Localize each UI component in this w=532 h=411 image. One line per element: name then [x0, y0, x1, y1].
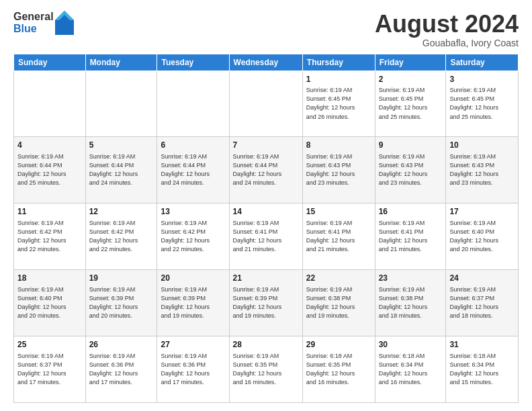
day-number: 2	[379, 74, 443, 85]
day-info: Sunrise: 6:19 AMSunset: 6:39 PMDaylight:…	[233, 285, 299, 320]
table-row: 8Sunrise: 6:19 AMSunset: 6:43 PMDaylight…	[302, 137, 375, 203]
day-number: 3	[449, 74, 515, 85]
day-info: Sunrise: 6:19 AMSunset: 6:45 PMDaylight:…	[449, 86, 515, 121]
page: General Blue August 2024 Gouabafla, Ivor…	[0, 0, 532, 411]
day-number: 29	[306, 339, 371, 351]
day-info: Sunrise: 6:19 AMSunset: 6:36 PMDaylight:…	[89, 352, 154, 387]
day-info: Sunrise: 6:19 AMSunset: 6:43 PMDaylight:…	[379, 152, 443, 187]
day-number: 14	[233, 206, 299, 218]
table-row: 20Sunrise: 6:19 AMSunset: 6:39 PMDayligh…	[157, 270, 229, 336]
day-number: 1	[306, 74, 371, 85]
table-row: 19Sunrise: 6:19 AMSunset: 6:39 PMDayligh…	[85, 270, 157, 336]
table-row: 7Sunrise: 6:19 AMSunset: 6:44 PMDaylight…	[229, 137, 302, 203]
day-info: Sunrise: 6:19 AMSunset: 6:39 PMDaylight:…	[161, 285, 225, 320]
day-number: 30	[379, 339, 443, 351]
table-row: 15Sunrise: 6:19 AMSunset: 6:41 PMDayligh…	[302, 203, 375, 270]
table-row	[157, 71, 229, 137]
day-number: 18	[17, 273, 82, 284]
day-number: 31	[449, 339, 515, 351]
day-number: 22	[306, 273, 371, 284]
table-row: 2Sunrise: 6:19 AMSunset: 6:45 PMDaylight…	[375, 71, 446, 137]
table-row: 27Sunrise: 6:19 AMSunset: 6:36 PMDayligh…	[157, 336, 229, 403]
day-info: Sunrise: 6:18 AMSunset: 6:34 PMDaylight:…	[379, 352, 443, 387]
table-row: 21Sunrise: 6:19 AMSunset: 6:39 PMDayligh…	[229, 270, 302, 336]
day-number: 20	[161, 273, 225, 284]
table-row: 13Sunrise: 6:19 AMSunset: 6:42 PMDayligh…	[157, 203, 229, 270]
calendar-week-row: 18Sunrise: 6:19 AMSunset: 6:40 PMDayligh…	[14, 270, 519, 336]
day-info: Sunrise: 6:19 AMSunset: 6:44 PMDaylight:…	[161, 152, 225, 187]
table-row	[229, 71, 302, 137]
day-number: 25	[17, 339, 82, 351]
table-row: 30Sunrise: 6:18 AMSunset: 6:34 PMDayligh…	[375, 336, 446, 403]
day-info: Sunrise: 6:19 AMSunset: 6:45 PMDaylight:…	[379, 86, 443, 121]
table-row: 12Sunrise: 6:19 AMSunset: 6:42 PMDayligh…	[85, 203, 157, 270]
table-row: 10Sunrise: 6:19 AMSunset: 6:43 PMDayligh…	[446, 137, 519, 203]
day-info: Sunrise: 6:19 AMSunset: 6:37 PMDaylight:…	[449, 285, 515, 320]
day-info: Sunrise: 6:19 AMSunset: 6:38 PMDaylight:…	[306, 285, 371, 320]
col-friday: Friday	[375, 54, 446, 71]
table-row: 3Sunrise: 6:19 AMSunset: 6:45 PMDaylight…	[446, 71, 519, 137]
day-info: Sunrise: 6:19 AMSunset: 6:45 PMDaylight:…	[306, 86, 371, 121]
day-number: 26	[89, 339, 154, 351]
day-info: Sunrise: 6:19 AMSunset: 6:40 PMDaylight:…	[449, 219, 515, 254]
table-row: 31Sunrise: 6:18 AMSunset: 6:34 PMDayligh…	[446, 336, 519, 403]
day-number: 11	[17, 206, 82, 218]
day-info: Sunrise: 6:19 AMSunset: 6:44 PMDaylight:…	[17, 152, 82, 187]
day-number: 15	[306, 206, 371, 218]
day-number: 8	[306, 140, 371, 151]
day-info: Sunrise: 6:19 AMSunset: 6:44 PMDaylight:…	[89, 152, 154, 187]
day-info: Sunrise: 6:19 AMSunset: 6:39 PMDaylight:…	[89, 285, 154, 320]
col-sunday: Sunday	[14, 54, 86, 71]
calendar-week-row: 11Sunrise: 6:19 AMSunset: 6:42 PMDayligh…	[14, 203, 519, 270]
month-title: August 2024	[375, 11, 519, 38]
table-row: 16Sunrise: 6:19 AMSunset: 6:41 PMDayligh…	[375, 203, 446, 270]
day-number: 21	[233, 273, 299, 284]
day-number: 17	[449, 206, 515, 218]
table-row: 26Sunrise: 6:19 AMSunset: 6:36 PMDayligh…	[85, 336, 157, 403]
day-info: Sunrise: 6:19 AMSunset: 6:40 PMDaylight:…	[17, 285, 82, 320]
day-number: 9	[379, 140, 443, 151]
day-number: 4	[17, 140, 82, 151]
day-info: Sunrise: 6:19 AMSunset: 6:44 PMDaylight:…	[233, 152, 299, 187]
day-info: Sunrise: 6:18 AMSunset: 6:34 PMDaylight:…	[449, 352, 515, 387]
table-row: 28Sunrise: 6:19 AMSunset: 6:35 PMDayligh…	[229, 336, 302, 403]
day-number: 19	[89, 273, 154, 284]
day-info: Sunrise: 6:19 AMSunset: 6:37 PMDaylight:…	[17, 352, 82, 387]
table-row: 4Sunrise: 6:19 AMSunset: 6:44 PMDaylight…	[14, 137, 86, 203]
col-thursday: Thursday	[302, 54, 375, 71]
table-row: 9Sunrise: 6:19 AMSunset: 6:43 PMDaylight…	[375, 137, 446, 203]
day-number: 5	[89, 140, 154, 151]
table-row: 14Sunrise: 6:19 AMSunset: 6:41 PMDayligh…	[229, 203, 302, 270]
day-number: 13	[161, 206, 225, 218]
table-row: 22Sunrise: 6:19 AMSunset: 6:38 PMDayligh…	[302, 270, 375, 336]
day-info: Sunrise: 6:19 AMSunset: 6:36 PMDaylight:…	[161, 352, 225, 387]
col-wednesday: Wednesday	[229, 54, 302, 71]
day-info: Sunrise: 6:19 AMSunset: 6:42 PMDaylight:…	[89, 219, 154, 254]
day-number: 10	[449, 140, 515, 151]
table-row: 17Sunrise: 6:19 AMSunset: 6:40 PMDayligh…	[446, 203, 519, 270]
table-row: 29Sunrise: 6:18 AMSunset: 6:35 PMDayligh…	[302, 336, 375, 403]
day-number: 23	[379, 273, 443, 284]
table-row: 11Sunrise: 6:19 AMSunset: 6:42 PMDayligh…	[14, 203, 86, 270]
table-row	[85, 71, 157, 137]
day-info: Sunrise: 6:19 AMSunset: 6:41 PMDaylight:…	[306, 219, 371, 254]
col-monday: Monday	[85, 54, 157, 71]
col-tuesday: Tuesday	[157, 54, 229, 71]
day-info: Sunrise: 6:19 AMSunset: 6:35 PMDaylight:…	[233, 352, 299, 387]
calendar-week-row: 4Sunrise: 6:19 AMSunset: 6:44 PMDaylight…	[14, 137, 519, 203]
logo: General Blue	[13, 11, 74, 35]
header: General Blue August 2024 Gouabafla, Ivor…	[13, 11, 519, 48]
day-info: Sunrise: 6:19 AMSunset: 6:41 PMDaylight:…	[233, 219, 299, 254]
table-row: 1Sunrise: 6:19 AMSunset: 6:45 PMDaylight…	[302, 71, 375, 137]
table-row	[14, 71, 86, 137]
table-row: 24Sunrise: 6:19 AMSunset: 6:37 PMDayligh…	[446, 270, 519, 336]
table-row: 25Sunrise: 6:19 AMSunset: 6:37 PMDayligh…	[14, 336, 86, 403]
day-number: 28	[233, 339, 299, 351]
col-saturday: Saturday	[446, 54, 519, 71]
day-number: 7	[233, 140, 299, 151]
table-row: 23Sunrise: 6:19 AMSunset: 6:38 PMDayligh…	[375, 270, 446, 336]
calendar-week-row: 1Sunrise: 6:19 AMSunset: 6:45 PMDaylight…	[14, 71, 519, 137]
day-info: Sunrise: 6:19 AMSunset: 6:41 PMDaylight:…	[379, 219, 443, 254]
calendar-table: Sunday Monday Tuesday Wednesday Thursday…	[13, 54, 519, 403]
day-info: Sunrise: 6:19 AMSunset: 6:38 PMDaylight:…	[379, 285, 443, 320]
